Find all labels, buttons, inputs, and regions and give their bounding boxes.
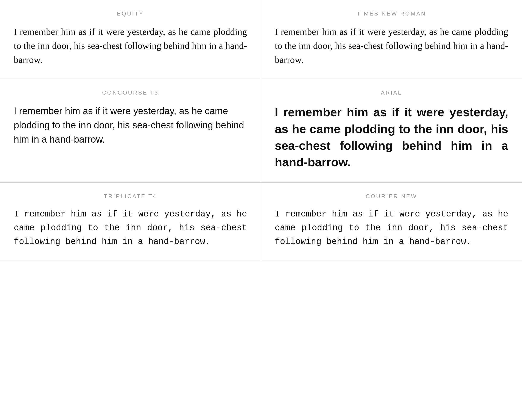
cell-concourse-t3: CONCOURSE T3I remember him as if it were… (0, 79, 261, 183)
label-concourse-t3: CONCOURSE T3 (14, 89, 247, 96)
label-equity: EQUITY (14, 10, 247, 17)
label-arial: ARIAL (275, 89, 508, 96)
cell-arial: ARIALI remember him as if it were yester… (261, 79, 522, 183)
text-equity: I remember him as if it were yes­terday,… (14, 25, 247, 67)
text-arial: I remember him as if it were yesterday, … (275, 104, 508, 170)
cell-triplicate-t4: TRIPLICATE T4I remember him as if it wer… (0, 183, 261, 261)
cell-courier-new: COURIER NEWI remember him as if it were … (261, 183, 522, 261)
label-triplicate-t4: TRIPLICATE T4 (14, 193, 247, 200)
text-triplicate-t4: I remember him as if it were yesterday, … (14, 207, 247, 249)
cell-equity: EQUITYI remember him as if it were yes­t… (0, 0, 261, 79)
text-courier-new: I remember him as if it were yesterday, … (275, 207, 508, 249)
text-times-new-roman: I remember him as if it were yes­terday,… (275, 25, 508, 67)
label-courier-new: COURIER NEW (275, 193, 508, 200)
cell-times-new-roman: TIMES NEW ROMANI remember him as if it w… (261, 0, 522, 79)
font-comparison-grid: EQUITYI remember him as if it were yes­t… (0, 0, 522, 261)
text-concourse-t3: I remember him as if it were yester­day,… (14, 104, 247, 146)
label-times-new-roman: TIMES NEW ROMAN (275, 10, 508, 17)
